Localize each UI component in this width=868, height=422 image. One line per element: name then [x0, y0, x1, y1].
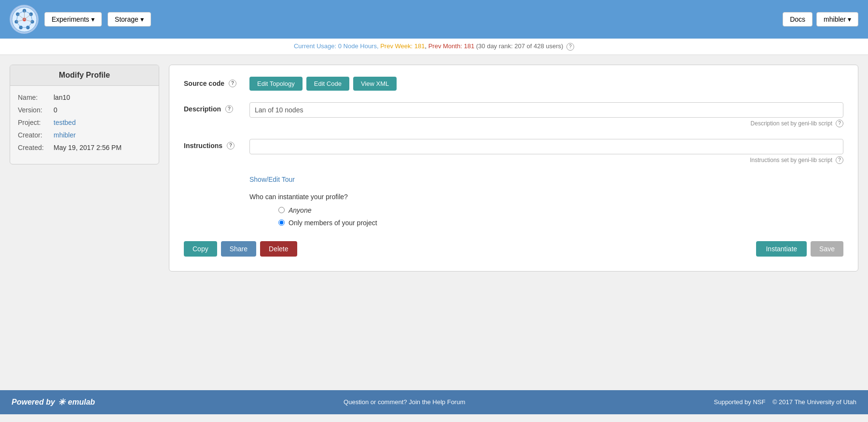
instructions-hint: Instructions set by geni-lib script ? [249, 156, 843, 164]
user-dropdown-icon: ▾ [848, 15, 851, 23]
instructions-label-container: Instructions ? [184, 139, 242, 150]
copyright-text: © 2017 The University of Utah [772, 398, 856, 406]
show-edit-tour-link[interactable]: Show/Edit Tour [249, 176, 843, 183]
anyone-radio-label: Anyone [289, 206, 311, 214]
description-help-icon[interactable]: ? [225, 105, 233, 113]
sidebar-version-row: Version: 0 [18, 106, 151, 114]
description-hint-help-icon[interactable]: ? [836, 120, 843, 127]
user-label: mhibler [824, 15, 846, 23]
save-button[interactable]: Save [811, 241, 843, 257]
source-code-label: Source code [184, 80, 224, 87]
action-row: Copy Share Delete Instantiate Save [184, 241, 843, 257]
prev-week-value: 181 [414, 42, 425, 50]
anyone-radio-row: Anyone [278, 206, 843, 214]
header-left: Experiments ▾ Storage ▾ [10, 5, 151, 34]
name-label: Name: [18, 94, 52, 101]
header: Experiments ▾ Storage ▾ Docs mhibler ▾ [0, 0, 868, 39]
anyone-radio[interactable] [278, 207, 285, 213]
sidebar-title: Modify Profile [10, 65, 159, 86]
logo [10, 5, 39, 34]
emulab-name: emulab [68, 398, 95, 407]
sidebar-created-row: Created: May 19, 2017 2:56 PM [18, 144, 151, 151]
source-code-label-container: Source code ? [184, 77, 242, 87]
instructions-row: Instructions ? Instructions set by geni-… [184, 139, 843, 164]
description-field-container: Description set by geni-lib script ? [249, 102, 843, 127]
footer: Powered by ✳ emulab Question or comment?… [0, 390, 868, 414]
powered-by-text: Powered by [12, 398, 55, 407]
user-menu[interactable]: mhibler ▾ [816, 12, 858, 27]
footer-left: Powered by ✳ emulab [12, 397, 95, 408]
sidebar-body: Name: lan10 Version: 0 Project: testbed … [10, 86, 159, 164]
view-xml-button[interactable]: View XML [353, 77, 397, 91]
version-value: 0 [54, 106, 57, 114]
creator-link[interactable]: mhibler [54, 131, 76, 139]
edit-topology-button[interactable]: Edit Topology [249, 77, 303, 91]
storage-label: Storage [115, 15, 138, 23]
instantiate-section: Who can instantiate your profile? Anyone… [249, 193, 843, 227]
version-label: Version: [18, 106, 52, 114]
instructions-help-icon[interactable]: ? [227, 142, 234, 150]
project-link[interactable]: testbed [54, 119, 76, 126]
source-code-row: Source code ? Edit Topology Edit Code Vi… [184, 77, 843, 91]
help-forum-link[interactable]: Question or comment? Join the Help Forum [344, 398, 465, 406]
instantiate-question: Who can instantiate your profile? [249, 193, 843, 201]
supported-text: Supported by NSF [714, 398, 766, 406]
share-button[interactable]: Share [221, 241, 256, 257]
project-label: Project: [18, 119, 52, 126]
current-usage-value: 0 Node Hours, [338, 42, 379, 50]
right-panel: Source code ? Edit Topology Edit Code Vi… [169, 65, 858, 272]
copy-button[interactable]: Copy [184, 241, 217, 257]
footer-center: Question or comment? Join the Help Forum [344, 398, 465, 406]
usage-help-icon[interactable]: ? [566, 43, 574, 51]
footer-right: Supported by NSF © 2017 The University o… [714, 398, 857, 406]
storage-menu[interactable]: Storage ▾ [108, 12, 151, 27]
sidebar-project-row: Project: testbed [18, 119, 151, 126]
name-value: lan10 [54, 94, 70, 101]
prev-month-label: Prev Month: [428, 42, 462, 50]
emulab-snowflake-icon: ✳ [58, 397, 65, 408]
instantiate-button[interactable]: Instantiate [756, 241, 807, 257]
creator-label: Creator: [18, 131, 52, 139]
sidebar-name-row: Name: lan10 [18, 94, 151, 101]
action-right: Instantiate Save [756, 241, 843, 257]
edit-code-button[interactable]: Edit Code [306, 77, 349, 91]
usage-bar: Current Usage: 0 Node Hours, Prev Week: … [0, 39, 868, 55]
instructions-hint-text: Instructions set by geni-lib script [750, 157, 832, 163]
header-right: Docs mhibler ▾ [783, 12, 858, 27]
dropdown-arrow-icon: ▾ [91, 15, 95, 23]
members-radio-row: Only members of your project [278, 219, 843, 227]
main-content: Modify Profile Name: lan10 Version: 0 Pr… [0, 55, 868, 390]
instructions-field-container: Instructions set by geni-lib script ? [249, 139, 843, 164]
action-left: Copy Share Delete [184, 241, 297, 257]
sidebar-creator-row: Creator: mhibler [18, 131, 151, 139]
experiments-menu[interactable]: Experiments ▾ [44, 12, 102, 27]
docs-label: Docs [790, 15, 805, 23]
source-buttons: Edit Topology Edit Code View XML [249, 77, 843, 91]
description-label-container: Description ? [184, 102, 242, 113]
description-hint-text: Description set by geni-lib script [751, 120, 832, 127]
dropdown-arrow-icon: ▾ [140, 15, 144, 23]
prev-week-label: Prev Week: [380, 42, 413, 50]
members-radio[interactable] [278, 219, 285, 226]
sidebar: Modify Profile Name: lan10 Version: 0 Pr… [10, 65, 159, 164]
description-row: Description ? Description set by geni-li… [184, 102, 843, 127]
delete-button[interactable]: Delete [260, 241, 297, 257]
description-input[interactable] [249, 102, 843, 118]
experiments-label: Experiments [52, 15, 89, 23]
rank-info: (30 day rank: 207 of 428 users) [476, 42, 564, 50]
created-label: Created: [18, 144, 52, 151]
members-radio-label: Only members of your project [289, 219, 377, 227]
description-hint: Description set by geni-lib script ? [249, 120, 843, 127]
created-value: May 19, 2017 2:56 PM [54, 144, 122, 151]
instructions-input[interactable] [249, 139, 843, 154]
prev-month-value: 181 [464, 42, 474, 50]
current-usage-label: Current Usage: [294, 42, 336, 50]
docs-button[interactable]: Docs [783, 12, 813, 27]
emulab-logo: Powered by ✳ emulab [12, 397, 95, 408]
instructions-hint-help-icon[interactable]: ? [836, 156, 843, 164]
instructions-label: Instructions [184, 142, 222, 150]
description-label: Description [184, 105, 221, 113]
source-code-help-icon[interactable]: ? [229, 80, 236, 87]
